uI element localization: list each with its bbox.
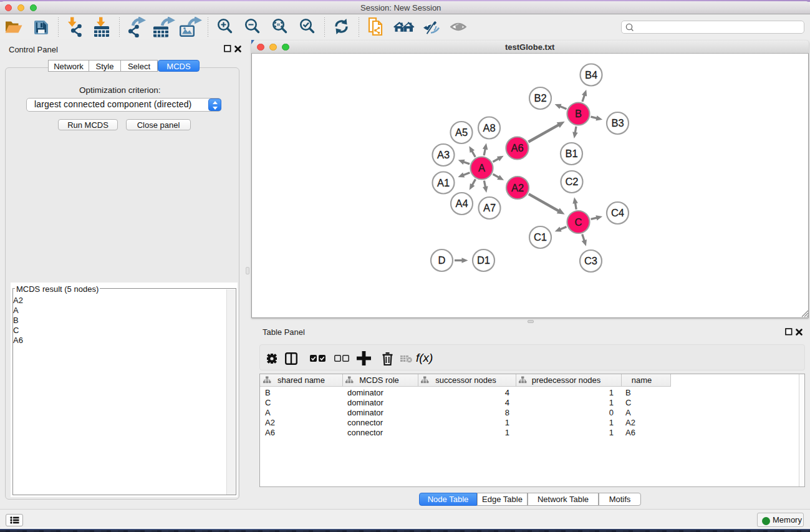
- svg-text:C1: C1: [534, 231, 547, 243]
- svg-text:A3: A3: [437, 149, 450, 160]
- svg-text:A8: A8: [483, 122, 495, 133]
- svg-text:A1: A1: [437, 177, 450, 188]
- svg-text:C: C: [575, 216, 582, 228]
- svg-text:C3: C3: [584, 255, 597, 266]
- svg-text:C2: C2: [565, 176, 578, 187]
- svg-text:A: A: [478, 162, 485, 173]
- svg-text:D: D: [438, 254, 446, 266]
- svg-text:B2: B2: [534, 92, 546, 104]
- svg-text:D1: D1: [477, 254, 490, 266]
- svg-text:B4: B4: [585, 69, 597, 80]
- svg-text:B: B: [575, 108, 582, 119]
- svg-text:A5: A5: [455, 127, 468, 138]
- svg-text:A6: A6: [511, 142, 523, 153]
- svg-text:B1: B1: [565, 148, 577, 159]
- svg-text:A7: A7: [483, 202, 496, 213]
- svg-text:C4: C4: [611, 207, 624, 218]
- svg-text:A4: A4: [455, 198, 468, 209]
- svg-text:A2: A2: [511, 182, 524, 193]
- svg-text:B3: B3: [611, 117, 624, 128]
